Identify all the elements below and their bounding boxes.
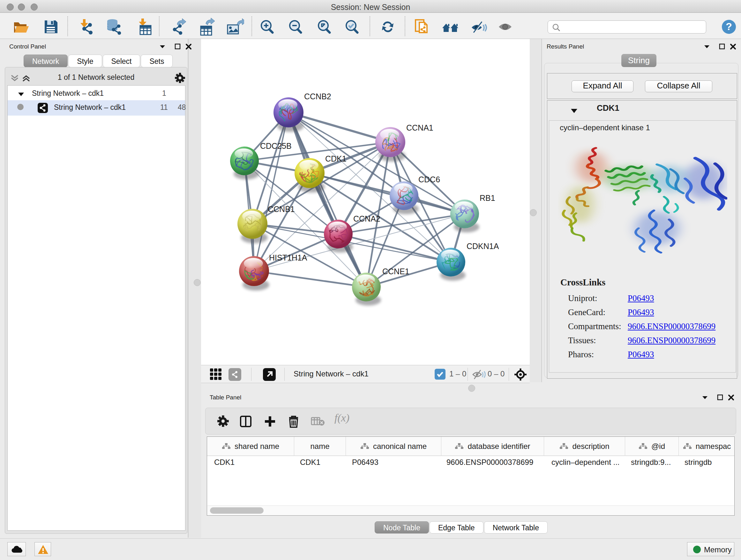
svg-text:CCNB1: CCNB1 <box>268 205 295 213</box>
svg-text:HIST1H1A: HIST1H1A <box>269 253 307 262</box>
svg-text:CCNE1: CCNE1 <box>382 267 409 276</box>
svg-text:CDC25B: CDC25B <box>260 141 292 150</box>
svg-text:?: ? <box>726 21 732 32</box>
svg-text:CCNA2: CCNA2 <box>353 214 381 223</box>
svg-text:CCNA1: CCNA1 <box>406 123 433 132</box>
svg-text:RB1: RB1 <box>480 193 495 202</box>
svg-text:CDKN1A: CDKN1A <box>467 242 499 251</box>
svg-text:CCNB2: CCNB2 <box>304 92 331 101</box>
svg-text:CDK1: CDK1 <box>325 154 347 163</box>
svg-text:CDC6: CDC6 <box>418 175 440 184</box>
